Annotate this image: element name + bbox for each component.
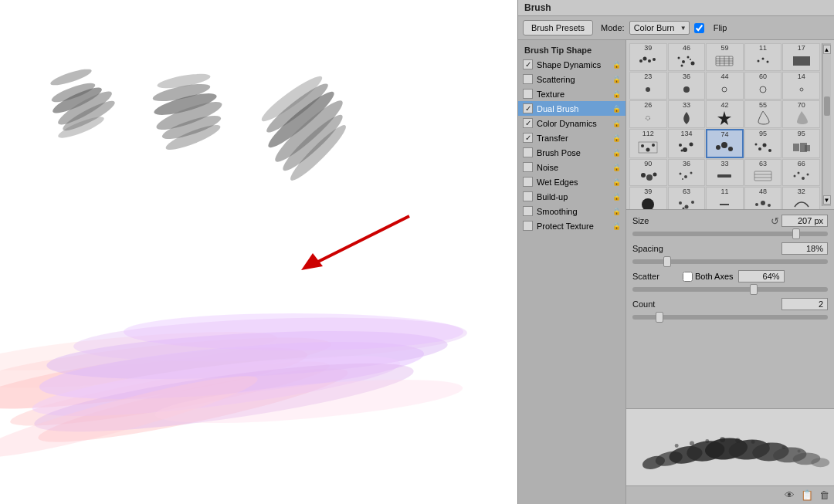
svg-point-100 (755, 203, 758, 206)
sidebar-item-scattering[interactable]: Scattering 🔒 (518, 72, 626, 86)
brush-cell-42-star[interactable]: 42 (706, 100, 744, 128)
svg-point-62 (641, 144, 644, 147)
brush-cell-55-drop[interactable]: 55 (744, 100, 782, 128)
canvas-area[interactable] (0, 0, 517, 504)
spacing-slider-thumb[interactable] (663, 256, 671, 267)
dual-brush-checkbox[interactable] (523, 103, 533, 113)
brush-cell-63[interactable]: 63 (744, 159, 782, 187)
spacing-slider-track[interactable] (632, 259, 828, 264)
scattering-lock-icon: 🔒 (612, 76, 621, 83)
svg-point-29 (124, 313, 463, 350)
transfer-checkbox[interactable] (523, 133, 533, 143)
mode-select-wrapper[interactable]: Color Burn Normal Multiply Screen (629, 21, 690, 35)
svg-point-55 (683, 86, 690, 93)
brush-pose-lock-icon: 🔒 (612, 149, 621, 157)
brush-cell-63b[interactable]: 63 (668, 187, 706, 210)
brush-cell-11[interactable]: 11 (744, 43, 782, 71)
svg-point-41 (680, 64, 683, 66)
brush-cell-90[interactable]: 90 (629, 159, 667, 187)
wet-edges-checkbox[interactable] (523, 177, 533, 187)
size-slider-thumb[interactable] (792, 228, 800, 239)
scattering-checkbox[interactable] (523, 74, 533, 84)
mode-select[interactable]: Color Burn Normal Multiply Screen (629, 21, 690, 35)
color-dynamics-lock-icon: 🔒 (612, 120, 621, 127)
scatter-value[interactable]: 64% (738, 270, 785, 282)
brush-cell-134[interactable]: 134 (668, 129, 706, 158)
svg-rect-99 (720, 204, 729, 205)
protect-texture-checkbox[interactable] (523, 221, 533, 231)
svg-point-80 (646, 174, 653, 181)
scatter-slider-track[interactable] (632, 287, 828, 292)
svg-point-36 (653, 58, 656, 61)
noise-checkbox[interactable] (523, 162, 533, 172)
sidebar-item-dual-brush[interactable]: Dual Brush 🔒 (518, 101, 626, 116)
svg-point-67 (689, 142, 693, 146)
buildup-checkbox[interactable] (523, 191, 533, 201)
sidebar-item-color-dynamics[interactable]: Color Dynamics 🔒 (518, 116, 626, 130)
brush-pose-checkbox[interactable] (523, 147, 533, 157)
count-value[interactable]: 2 (781, 298, 828, 310)
brush-cell-11b[interactable]: 11 (706, 187, 744, 210)
count-slider-thumb[interactable] (656, 312, 663, 323)
sidebar-item-transfer[interactable]: Transfer 🔒 (518, 130, 626, 145)
brush-cell-70-drop[interactable]: 70 (782, 100, 820, 128)
sidebar-item-texture[interactable]: Texture 🔒 (518, 86, 626, 101)
brush-cell-33-leaf[interactable]: 33 (668, 100, 706, 128)
size-reset-button[interactable]: ↺ (771, 215, 779, 227)
brush-cell-39b[interactable]: 39 (629, 187, 667, 210)
size-value[interactable]: 207 px (781, 215, 828, 227)
brush-cell-66[interactable]: 66 (782, 159, 820, 187)
texture-checkbox[interactable] (523, 89, 533, 99)
brush-presets-button[interactable]: Brush Presets (523, 20, 593, 36)
brush-cell-44[interactable]: 44 (706, 72, 744, 100)
svg-point-71 (728, 147, 733, 151)
sidebar-item-brush-pose[interactable]: Brush Pose 🔒 (518, 145, 626, 160)
brush-cell-23[interactable]: 23 (629, 72, 667, 100)
delete-brush-icon[interactable]: 🗑 (819, 489, 829, 501)
svg-point-34 (643, 56, 647, 60)
brush-cell-60[interactable]: 60 (744, 72, 782, 100)
flip-label: Flip (714, 23, 727, 32)
brush-cell-26[interactable]: 26 (629, 100, 667, 128)
brush-cell-48[interactable]: 48 (744, 187, 782, 210)
brush-cell-32[interactable]: 32 (782, 187, 820, 210)
brush-cell-14[interactable]: 14 (782, 72, 820, 100)
brush-cell-17-bar[interactable]: 17 (782, 43, 820, 71)
sidebar-item-buildup[interactable]: Build-up 🔒 (518, 189, 626, 204)
shape-dynamics-checkbox[interactable] (523, 59, 533, 69)
spacing-value[interactable]: 18% (781, 242, 828, 255)
brush-cell-95a[interactable]: 95 (744, 129, 782, 158)
svg-point-124 (811, 458, 829, 467)
sidebar-item-protect-texture[interactable]: Protect Texture 🔒 (518, 218, 626, 233)
new-brush-icon[interactable]: 📋 (801, 489, 813, 501)
both-axes-checkbox[interactable] (683, 272, 693, 282)
svg-point-75 (768, 149, 771, 152)
count-slider-track[interactable] (632, 315, 828, 320)
svg-point-84 (690, 172, 692, 174)
brush-cell-95b[interactable]: 95 (782, 129, 820, 158)
brush-cell-36b[interactable]: 36 (668, 159, 706, 187)
brush-cell-36[interactable]: 36 (668, 72, 706, 100)
svg-point-130 (751, 440, 755, 444)
sidebar-item-shape-dynamics[interactable]: Shape Dynamics 🔒 (518, 57, 626, 72)
brush-cell-74-selected[interactable]: 74 (706, 129, 744, 158)
brush-cell-112[interactable]: 112 (629, 129, 667, 158)
visibility-icon[interactable]: 👁 (785, 489, 795, 501)
sidebar-item-noise[interactable]: Noise 🔒 (518, 160, 626, 174)
flip-checkbox[interactable] (694, 23, 704, 33)
brush-cell-59[interactable]: 59 (706, 43, 744, 71)
smoothing-checkbox[interactable] (523, 206, 533, 216)
brush-cell-33b[interactable]: 33 (706, 159, 744, 187)
brush-cell-39[interactable]: 39 (629, 43, 667, 71)
color-dynamics-checkbox[interactable] (523, 118, 533, 128)
svg-point-35 (648, 59, 651, 63)
brush-cell-46[interactable]: 46 (668, 43, 706, 71)
scatter-slider-thumb[interactable] (750, 284, 758, 295)
sidebar-item-smoothing[interactable]: Smoothing 🔒 (518, 204, 626, 218)
svg-point-98 (682, 208, 684, 210)
size-slider-container (632, 232, 828, 236)
size-slider-track[interactable] (632, 232, 828, 236)
scatter-label: Scatter (632, 272, 683, 281)
sidebar-item-wet-edges[interactable]: Wet Edges 🔒 (518, 174, 626, 189)
svg-point-96 (684, 205, 688, 209)
